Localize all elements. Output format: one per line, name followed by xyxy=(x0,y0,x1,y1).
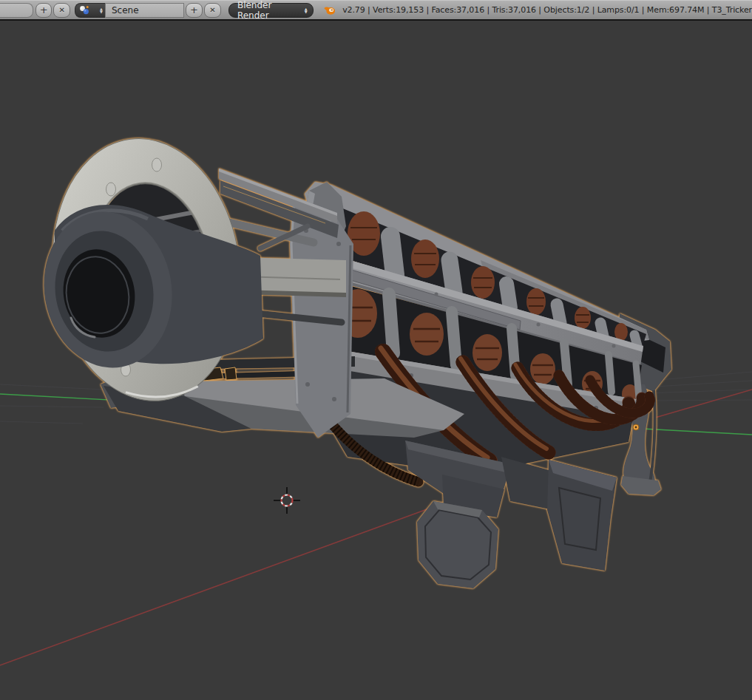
blender-window: { "app": {"name": "Blender", "version": … xyxy=(0,0,752,700)
scene-browse-button[interactable]: ▲▼ xyxy=(75,3,105,18)
stock-assembly xyxy=(405,441,617,588)
double-arrow-icon: ▲▼ xyxy=(305,7,308,13)
render-engine-dropdown[interactable]: Blender Render ▲▼ xyxy=(228,3,314,18)
scene-selector: ▲▼ Scene + ✕ xyxy=(75,3,221,18)
render-engine-label: Blender Render xyxy=(237,0,305,21)
screen-layout-field[interactable] xyxy=(0,3,33,18)
blender-logo-icon xyxy=(323,4,336,17)
close-scene-button[interactable]: ✕ xyxy=(204,3,221,18)
object-origin-point[interactable] xyxy=(633,424,639,430)
scene-browse-arrows-icon: ▲▼ xyxy=(100,7,103,13)
scene-name-field[interactable]: Scene xyxy=(105,3,184,18)
add-scene-button[interactable]: + xyxy=(186,3,203,18)
add-screen-button[interactable]: + xyxy=(35,3,52,18)
scene-statistics: v2.79 | Verts:19,153 | Faces:37,016 | Tr… xyxy=(342,5,752,15)
scene-spheres-icon xyxy=(78,4,90,16)
3d-cursor[interactable] xyxy=(274,487,300,514)
info-header: + ✕ ▲▼ Scene + ✕ Blender Render ▲▼ xyxy=(0,0,752,21)
3d-viewport[interactable] xyxy=(0,21,752,700)
selected-model-t3-tricker xyxy=(32,128,671,588)
close-screen-button[interactable]: ✕ xyxy=(53,3,70,18)
